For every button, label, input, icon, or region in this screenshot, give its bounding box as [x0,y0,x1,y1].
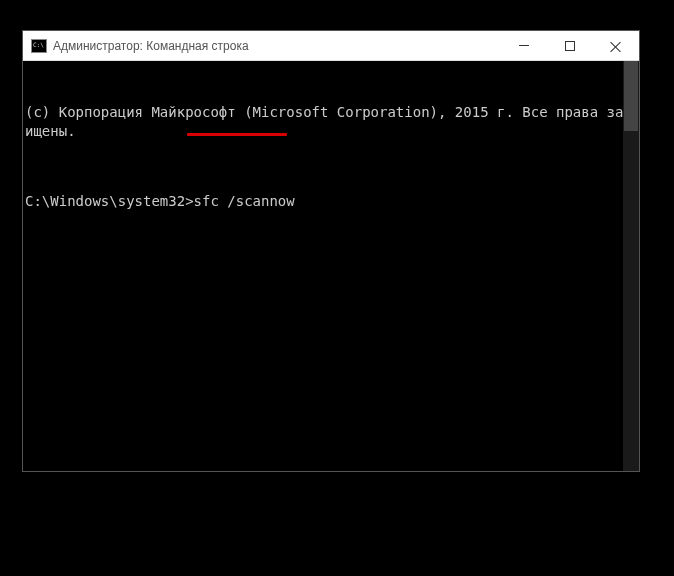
terminal-area[interactable]: (с) Корпорация Майкрософт (Microsoft Cor… [23,61,639,471]
window-controls [501,31,639,60]
maximize-icon [565,41,575,51]
scrollbar-thumb[interactable] [624,61,638,131]
prompt-line: C:\Windows\system32>sfc /scannow [25,192,637,211]
titlebar[interactable]: Администратор: Командная строка [23,31,639,61]
annotation-underline [187,133,287,136]
minimize-button[interactable] [501,31,547,60]
close-button[interactable] [593,31,639,60]
close-icon [610,40,622,52]
window-title: Администратор: Командная строка [53,39,501,53]
minimize-icon [519,45,529,46]
command-text: sfc /scannow [194,193,295,209]
scrollbar[interactable] [623,61,639,471]
copyright-text: (с) Корпорация Майкрософт (Microsoft Cor… [25,103,637,141]
prompt-text: C:\Windows\system32> [25,193,194,209]
maximize-button[interactable] [547,31,593,60]
cmd-window: Администратор: Командная строка (с) Корп… [22,30,640,472]
cmd-icon [31,39,47,53]
terminal-content: (с) Корпорация Майкрософт (Microsoft Cor… [23,61,639,253]
